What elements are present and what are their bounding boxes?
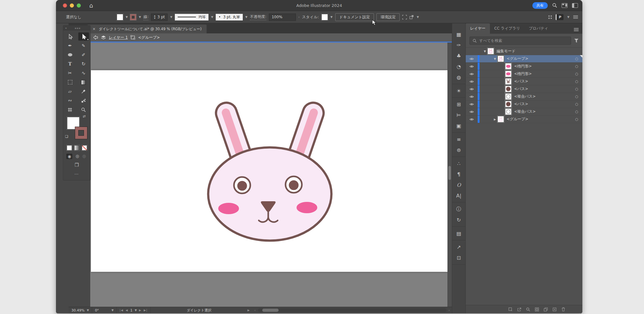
last-artboard-button[interactable]: ▶| <box>144 309 147 312</box>
actions-panel-icon[interactable]: ↻ <box>452 214 465 225</box>
transparency-panel-icon[interactable]: ⊚ <box>452 145 465 155</box>
opacity-field[interactable]: 100% <box>269 14 296 21</box>
minimize-window-button[interactable] <box>70 3 74 8</box>
prev-artboard-button[interactable]: ◀ <box>125 309 128 312</box>
breadcrumb-layer[interactable]: レイヤー 1 <box>109 35 128 40</box>
collect-for-export-icon[interactable] <box>517 307 521 311</box>
new-layer-icon[interactable] <box>552 307 557 311</box>
gradient-panel-icon[interactable]: ◔ <box>452 61 465 72</box>
fill-color-swatch[interactable] <box>117 14 123 20</box>
isolate-icon[interactable] <box>409 15 414 20</box>
layer-thumbnail[interactable] <box>505 71 511 77</box>
locate-object-icon[interactable] <box>508 307 513 311</box>
preferences-button[interactable]: 環境設定 <box>376 13 400 21</box>
direct-selection-tool[interactable] <box>78 32 89 41</box>
stroke-weight-field[interactable]: ▲▼3 pt <box>151 14 168 21</box>
type-tool[interactable]: T <box>65 60 75 68</box>
layer-thumbnail[interactable] <box>488 48 494 54</box>
export-panel-icon[interactable]: ↗ <box>452 242 465 252</box>
layer-thumbnail[interactable] <box>505 94 511 100</box>
expand-chevron-icon[interactable]: ▼ <box>492 57 498 60</box>
stroke-label[interactable]: 線: <box>143 14 148 20</box>
panel-tab-2[interactable]: プロパティ <box>525 23 552 34</box>
layer-thumbnail[interactable] <box>505 78 511 84</box>
stroke-stepper[interactable]: ▲▼ <box>154 15 155 19</box>
layer-row-3[interactable]: <楕円形>○ <box>466 70 582 78</box>
home-icon[interactable]: ⌂ <box>89 3 93 9</box>
back-arrow-icon[interactable] <box>93 35 98 40</box>
vertical-scrollbar-thumb[interactable] <box>448 166 451 180</box>
edit-toolbar-ellipsis[interactable]: ⋯ <box>63 172 90 176</box>
expand-chevron-icon[interactable]: ▼ <box>482 50 488 53</box>
layer-row-7[interactable]: <パス>○ <box>466 100 582 108</box>
screen-mode-icon[interactable]: ❐ <box>63 162 90 168</box>
target-circle-icon[interactable]: ○ <box>571 72 582 76</box>
layer-label[interactable]: <パス> <box>514 101 571 107</box>
pen-tool[interactable]: ✒ <box>65 42 75 50</box>
close-window-button[interactable] <box>63 3 67 8</box>
gradient-mode-button[interactable] <box>74 145 80 151</box>
layer-row-4[interactable]: <パス>○ <box>466 78 582 85</box>
shear-tool[interactable]: ▱ <box>65 87 75 95</box>
width-tool[interactable]: ∾ <box>65 96 75 105</box>
color-mode-button[interactable] <box>67 145 72 151</box>
stroke-swatch[interactable] <box>75 127 87 139</box>
layer-thumbnail[interactable] <box>505 109 511 115</box>
layer-label[interactable]: <複合パス> <box>514 109 571 114</box>
transform-panel-icon[interactable]: ⊞ <box>452 99 465 110</box>
workspace-dropdown-icon[interactable]: ▼ <box>567 15 569 19</box>
layers-search-input[interactable]: すべてを検索 <box>469 37 571 45</box>
target-circle-icon[interactable]: ○ <box>571 102 582 106</box>
visibility-eye-icon[interactable] <box>466 88 478 91</box>
stroke-profile-dropdown-icon[interactable]: ▼ <box>211 15 213 19</box>
first-artboard-button[interactable]: |◀ <box>119 309 123 312</box>
artboard-tool[interactable] <box>65 106 75 114</box>
rotation-value[interactable]: 0° <box>95 308 99 312</box>
symbols-panel-icon[interactable]: ♣ <box>452 50 465 61</box>
isolate-dropdown-icon[interactable]: ▼ <box>417 15 419 19</box>
glyphs-panel-icon[interactable]: ∴ <box>452 158 465 169</box>
draw-normal-icon[interactable]: ◉ <box>66 154 72 159</box>
layer-label[interactable]: <複合パス> <box>514 94 571 99</box>
arrange-documents-icon[interactable] <box>548 15 552 19</box>
document-tab[interactable]: × ダイレクトツールについて.ai* @ 30.49 % (RGB/プレビュー) <box>87 25 207 33</box>
draw-behind-icon[interactable]: ◎ <box>75 154 79 159</box>
opacity-expand-icon[interactable]: › <box>298 15 300 19</box>
pathfinder-panel-icon[interactable]: ▣ <box>452 120 465 131</box>
vertical-scrollbar[interactable] <box>447 43 452 307</box>
layer-row-6[interactable]: <複合パス>○ <box>466 93 582 100</box>
layer-row-9[interactable]: ▶<グループ>○ <box>466 116 582 123</box>
stroke-profile-select[interactable]: 均等 <box>175 14 208 20</box>
align-panel-icon[interactable]: ⊨ <box>452 110 465 120</box>
layer-thumbnail[interactable] <box>498 56 504 62</box>
stroke-color-swatch[interactable] <box>130 14 136 20</box>
layer-label[interactable]: <グループ> <box>507 56 571 61</box>
panel-tab-1[interactable]: CC ライブラリ <box>490 23 525 34</box>
rotation-dropdown-icon[interactable]: ▼ <box>111 309 114 312</box>
rotate-tool[interactable]: ↻ <box>78 60 89 68</box>
zoom-window-button[interactable] <box>77 3 81 8</box>
document-setup-button[interactable]: ドキュメント設定 <box>335 13 374 21</box>
layer-row-0[interactable]: ▼編集モード <box>466 48 582 55</box>
search-icon[interactable] <box>552 3 557 8</box>
collapse-panel-icon[interactable]: « <box>65 26 67 30</box>
target-circle-icon[interactable]: ○ <box>571 79 582 83</box>
artboards-panel-icon[interactable]: ▤ <box>452 228 465 239</box>
target-circle-icon[interactable]: ○ <box>571 117 582 121</box>
paintbrush-tool[interactable]: ✐ <box>78 51 89 59</box>
panel-layout-icon[interactable] <box>572 3 578 8</box>
rabbit-illustration[interactable] <box>195 92 346 243</box>
visibility-eye-icon[interactable] <box>466 57 478 60</box>
layer-row-2[interactable]: <楕円形>○ <box>466 63 582 70</box>
selection-tool[interactable] <box>65 32 75 41</box>
default-fill-stroke-icon[interactable]: ❏ <box>65 134 68 139</box>
shaper-tool[interactable]: ∿ <box>78 69 89 77</box>
asset-export-panel-icon[interactable]: ⊡ <box>452 252 465 263</box>
target-circle-icon[interactable]: ○ <box>571 64 582 68</box>
free-transform-tool[interactable] <box>65 78 75 86</box>
layer-label[interactable]: 編集モード <box>497 49 571 54</box>
horizontal-scrollbar-thumb[interactable] <box>262 309 279 312</box>
target-circle-icon[interactable]: ○ <box>571 57 582 61</box>
target-circle-icon[interactable]: ○ <box>571 87 582 91</box>
swap-fill-stroke-icon[interactable]: ⇄ <box>83 114 86 118</box>
